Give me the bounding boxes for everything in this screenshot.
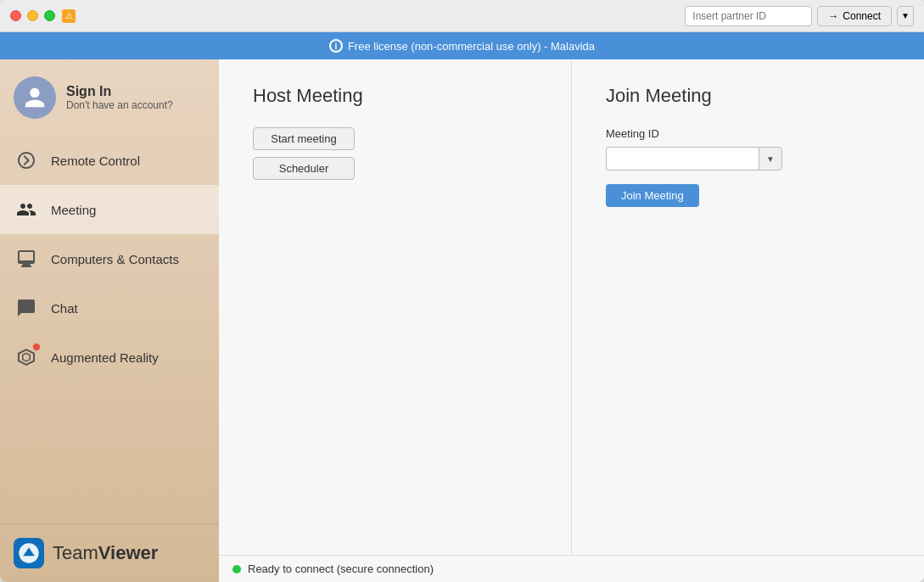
host-meeting-panel: Host Meeting Start meeting Scheduler	[219, 59, 572, 555]
sidebar-item-label: Chat	[51, 301, 78, 316]
sidebar: Sign In Don't have an account? Remote Co…	[0, 59, 219, 582]
notification-badge	[32, 343, 41, 351]
sidebar-item-label: Remote Control	[51, 154, 140, 168]
branding: TeamViewer	[0, 523, 219, 582]
meeting-id-dropdown[interactable]: ▼	[759, 147, 782, 171]
meeting-id-label: Meeting ID	[606, 127, 890, 140]
profile-section[interactable]: Sign In Don't have an account?	[0, 59, 219, 136]
traffic-lights	[10, 10, 55, 21]
banner-text: Free license (non-commercial use only) -…	[348, 40, 595, 53]
host-meeting-title: Host Meeting	[253, 85, 537, 107]
sidebar-item-computers-contacts[interactable]: Computers & Contacts	[0, 234, 219, 283]
connect-dropdown-button[interactable]: ▼	[897, 6, 914, 26]
start-meeting-button[interactable]: Start meeting	[253, 127, 355, 150]
status-indicator	[232, 565, 241, 574]
sidebar-item-label: Augmented Reality	[51, 350, 159, 365]
minimize-button[interactable]	[27, 10, 38, 21]
no-account-label: Don't have an account?	[66, 99, 173, 111]
status-text: Ready to connect (secure connection)	[248, 562, 434, 575]
sidebar-item-augmented-reality[interactable]: Augmented Reality	[0, 333, 219, 382]
nav-items: Remote Control Meeting	[0, 136, 219, 523]
warning-icon: ⚠	[62, 9, 76, 23]
brand-name: TeamViewer	[53, 542, 158, 564]
close-button[interactable]	[10, 10, 21, 21]
maximize-button[interactable]	[44, 10, 55, 21]
status-bar: Ready to connect (secure connection)	[219, 555, 924, 582]
teamviewer-logo-icon	[14, 538, 44, 568]
sidebar-item-remote-control[interactable]: Remote Control	[0, 136, 219, 185]
info-icon: i	[329, 39, 343, 53]
connect-arrow-icon: →	[828, 10, 838, 22]
license-banner: i Free license (non-commercial use only)…	[0, 32, 924, 59]
scheduler-button[interactable]: Scheduler	[253, 157, 355, 180]
sidebar-item-label: Meeting	[51, 203, 96, 217]
sidebar-item-label: Computers & Contacts	[51, 252, 179, 266]
computers-contacts-icon	[14, 246, 39, 271]
titlebar: ⚠ → Connect ▼	[0, 0, 924, 32]
avatar	[14, 76, 56, 119]
remote-control-icon	[14, 148, 39, 173]
join-meeting-title: Join Meeting	[606, 85, 890, 107]
meeting-id-input[interactable]	[606, 147, 759, 171]
chat-icon	[14, 295, 39, 321]
sidebar-item-meeting[interactable]: Meeting	[0, 185, 219, 234]
join-meeting-button[interactable]: Join Meeting	[606, 184, 699, 207]
sign-in-label: Sign In	[66, 84, 173, 99]
content-area: Host Meeting Start meeting Scheduler Joi…	[219, 59, 924, 582]
connect-button[interactable]: → Connect	[817, 6, 892, 26]
augmented-reality-icon-wrap	[14, 344, 39, 370]
join-meeting-panel: Join Meeting Meeting ID ▼ Join Meeting	[572, 59, 924, 555]
meeting-icon	[14, 197, 39, 222]
sidebar-item-chat[interactable]: Chat	[0, 283, 219, 333]
partner-id-input[interactable]	[685, 6, 812, 26]
